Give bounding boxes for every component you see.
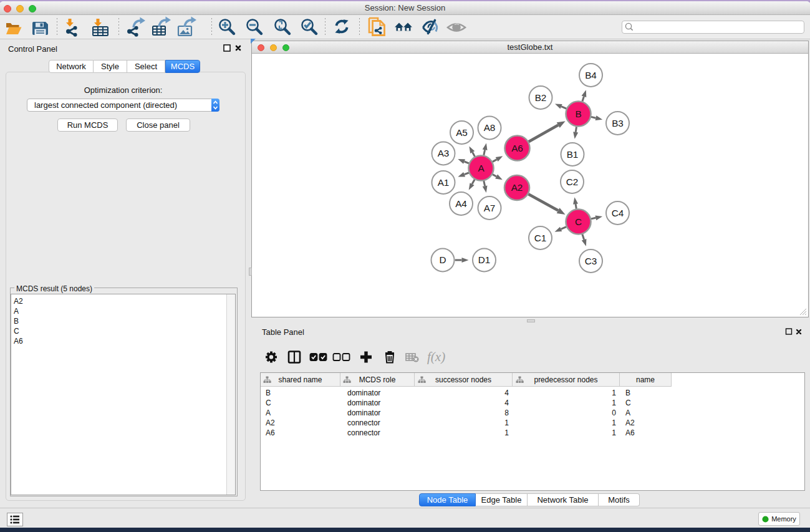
svg-text:D1: D1	[478, 254, 491, 265]
svg-text:A: A	[478, 163, 485, 173]
svg-text:A4: A4	[455, 198, 467, 209]
svg-text:B: B	[575, 109, 581, 119]
svg-text:A1: A1	[438, 177, 450, 188]
svg-text:A7: A7	[484, 203, 496, 213]
svg-text:C3: C3	[585, 256, 597, 266]
svg-text:B3: B3	[612, 118, 624, 128]
svg-text:D: D	[439, 254, 446, 265]
svg-text:B1: B1	[567, 149, 579, 160]
svg-text:C1: C1	[534, 233, 547, 243]
svg-text:A8: A8	[484, 122, 496, 133]
svg-text:B4: B4	[585, 70, 597, 80]
svg-text:A3: A3	[438, 148, 450, 158]
svg-text:C4: C4	[612, 208, 624, 218]
svg-text:A5: A5	[456, 127, 468, 138]
svg-text:A2: A2	[511, 182, 523, 193]
svg-text:B2: B2	[535, 92, 547, 103]
svg-text:C: C	[575, 216, 582, 227]
svg-text:A6: A6	[511, 143, 523, 153]
svg-text:C2: C2	[566, 177, 579, 187]
